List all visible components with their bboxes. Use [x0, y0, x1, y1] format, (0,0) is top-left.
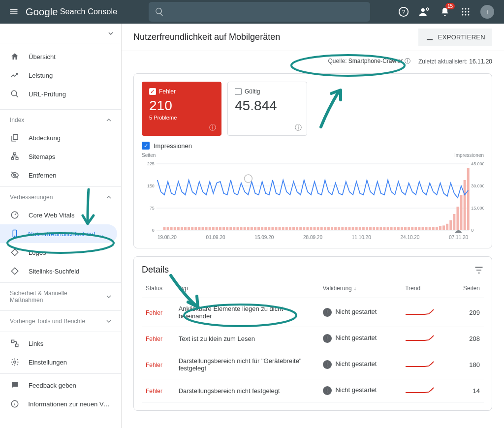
help-icon[interactable]: ⓘ	[295, 123, 302, 132]
svg-rect-73	[271, 227, 274, 230]
sidebar-section-enhancements[interactable]: Verbesserungen	[0, 189, 121, 206]
export-button[interactable]: EXPORTIEREN	[418, 29, 492, 46]
sidebar-item-mobile-usability[interactable]: Nutzerfreundlichkeit auf Mo...	[0, 224, 117, 243]
table-header-status[interactable]: Status	[142, 279, 175, 298]
svg-rect-111	[404, 227, 407, 230]
svg-rect-70	[261, 227, 263, 230]
svg-point-13	[11, 91, 17, 96]
updated-value: 16.11.20	[469, 58, 492, 65]
smartphone-icon	[10, 229, 19, 239]
stat-subtitle: 5 Probleme	[149, 115, 214, 121]
sidebar-item-performance[interactable]: Leistung	[0, 66, 121, 85]
sidebar-section-security[interactable]: Sicherheit & Manuelle Maßnahmen	[0, 285, 121, 308]
details-title: Details	[142, 265, 169, 275]
sidebar-item-sitelinks[interactable]: Sitelinks-Suchfeld	[0, 262, 121, 280]
svg-rect-53	[202, 227, 204, 230]
filter-icon[interactable]	[474, 265, 484, 275]
svg-rect-120	[436, 227, 438, 230]
search-icon	[155, 7, 164, 17]
sidebar-item-label: Logos	[29, 249, 46, 256]
sidebar-item-overview[interactable]: Übersicht	[0, 47, 121, 66]
menu-icon[interactable]	[4, 2, 24, 22]
svg-rect-43	[167, 227, 169, 230]
svg-rect-97	[355, 227, 358, 230]
svg-rect-59	[222, 227, 225, 230]
avatar[interactable]: t	[480, 5, 494, 19]
svg-rect-91	[334, 227, 337, 230]
sidebar-item-removals[interactable]: Entfernen	[0, 166, 121, 184]
svg-rect-82	[303, 227, 305, 230]
table-row[interactable]: Fehler Darstellungsbereich nicht für "Ge…	[142, 350, 484, 379]
sidebar-section-index[interactable]: Index	[0, 112, 121, 128]
svg-rect-92	[338, 227, 340, 230]
svg-rect-75	[279, 227, 281, 230]
property-selector[interactable]	[0, 24, 121, 43]
table-row[interactable]: Fehler Anklickbare Elemente liegen zu di…	[142, 298, 484, 327]
issue-type: Darstellungsbereich nicht festgelegt	[175, 379, 319, 402]
svg-rect-115	[418, 227, 420, 230]
svg-rect-87	[320, 227, 323, 230]
svg-rect-74	[275, 227, 278, 230]
export-button-label: EXPORTIEREN	[438, 33, 485, 41]
checkbox-icon: ✓	[149, 88, 156, 95]
table-header-pages[interactable]: Seiten	[451, 279, 484, 298]
help-icon[interactable]: ?	[398, 6, 410, 18]
sidebar-item-label: Informationen zur neuen Ver...	[28, 400, 111, 408]
svg-rect-99	[362, 227, 365, 230]
sidebar-item-label: Sitelinks-Suchfeld	[29, 268, 79, 275]
table-header-trend[interactable]: Trend	[401, 279, 451, 298]
apps-icon[interactable]	[460, 6, 472, 18]
trend-cell	[401, 298, 451, 327]
user-settings-icon[interactable]	[418, 6, 430, 18]
meta-bar: Quelle: Smartphone-Crawler ⓘ Zuletzt akt…	[122, 51, 504, 65]
table-row[interactable]: Fehler Darstellungsbereich nicht festgel…	[142, 379, 484, 402]
pages-count: 208	[451, 327, 484, 350]
status-badge: Fehler	[146, 362, 162, 368]
sidebar-section-legacy[interactable]: Vorherige Tools und Berichte	[0, 313, 121, 330]
table-row[interactable]: Fehler Text ist zu klein zum Lesen !Nich…	[142, 327, 484, 350]
svg-rect-79	[292, 227, 295, 230]
sidebar-item-settings[interactable]: Einstellungen	[0, 353, 121, 371]
svg-rect-57	[216, 227, 218, 230]
stat-box-errors[interactable]: ✓Fehler 210 5 Probleme ⓘ	[142, 82, 221, 136]
svg-rect-129	[467, 168, 470, 230]
details-card: Details Status Typ Validierung ↓ Trend S…	[133, 256, 492, 411]
exclamation-icon: !	[323, 386, 332, 395]
stat-box-valid[interactable]: Gültig 45.844 ⓘ	[227, 82, 307, 136]
sidebar-item-coverage[interactable]: Abdeckung	[0, 128, 121, 147]
table-header-type[interactable]: Typ	[175, 279, 319, 298]
issue-type: Darstellungsbereich nicht für "Gerätebre…	[175, 350, 319, 379]
sidebar-section-label: Index	[10, 117, 24, 123]
chart-x-axis: 19.08.20 01.09.20 15.09.20 28.09.20 11.1…	[142, 235, 484, 240]
sidebar-item-feedback[interactable]: Feedback geben	[0, 376, 121, 395]
svg-rect-85	[314, 227, 316, 230]
chevron-down-icon	[108, 31, 113, 36]
exclamation-icon: !	[323, 360, 332, 369]
impressions-toggle[interactable]: ✓ Impressionen	[142, 142, 484, 150]
help-icon[interactable]: ⓘ	[405, 58, 410, 64]
sidebar-item-sitemaps[interactable]: Sitemaps	[0, 147, 121, 166]
sidebar-item-core-web-vitals[interactable]: Core Web Vitals	[0, 206, 121, 224]
help-icon[interactable]: ⓘ	[209, 123, 216, 132]
visibility-off-icon	[10, 170, 20, 180]
app-header: Google Search Console ? 15 t	[0, 0, 504, 24]
sidebar-item-links[interactable]: Links	[0, 334, 121, 353]
sidebar-item-url-inspection[interactable]: URL-Prüfung	[0, 85, 121, 103]
validation-cell: !Nicht gestartet	[319, 327, 402, 350]
svg-rect-110	[401, 227, 403, 230]
svg-rect-46	[177, 227, 180, 230]
trending-icon	[10, 70, 20, 80]
sidebar-item-logos[interactable]: Logos	[0, 243, 121, 262]
search-input[interactable]	[149, 2, 370, 22]
notifications-icon[interactable]: 15	[439, 6, 451, 18]
svg-rect-56	[212, 227, 215, 230]
product-logo[interactable]: Google Search Console	[26, 6, 117, 18]
svg-rect-88	[324, 227, 326, 230]
diamond-icon	[10, 247, 20, 257]
table-header-validation[interactable]: Validierung ↓	[319, 279, 402, 298]
svg-rect-102	[373, 227, 375, 230]
svg-text:45.000: 45.000	[471, 161, 484, 166]
svg-rect-113	[411, 227, 413, 230]
sidebar-item-new-version[interactable]: Informationen zur neuen Ver...	[0, 395, 121, 413]
sidebar-item-label: Leistung	[29, 72, 53, 79]
